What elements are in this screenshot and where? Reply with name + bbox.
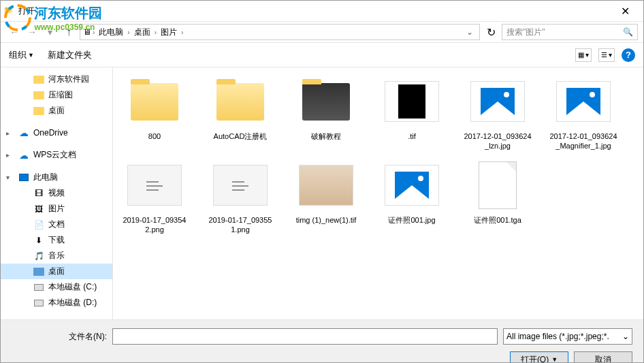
filetype-select[interactable]: All image files (*.jpg;*.jpeg;*.⌄ bbox=[503, 328, 632, 345]
sidebar-item[interactable]: 桌面 bbox=[1, 264, 112, 279]
refresh-button[interactable]: ↻ bbox=[483, 24, 499, 40]
sidebar-item[interactable]: 本地磁盘 (D:) bbox=[1, 295, 112, 311]
sidebar: 河东软件园压缩图桌面▸☁OneDrive▸☁WPS云文档▾此电脑🎞视频🖼图片📄文… bbox=[1, 67, 113, 319]
file-item[interactable]: 破解教程 bbox=[291, 74, 361, 151]
forward-button: → bbox=[24, 24, 40, 40]
file-item[interactable]: 证件照001.jpg bbox=[377, 158, 447, 235]
filename-label: 文件名(N): bbox=[12, 331, 107, 343]
titlebar: 📁 打开 ✕ bbox=[1, 1, 643, 21]
search-input[interactable]: 搜索"图片" 🔍 bbox=[502, 24, 638, 40]
new-folder-button[interactable]: 新建文件夹 bbox=[48, 49, 92, 61]
sidebar-item[interactable]: 🖼图片 bbox=[1, 201, 112, 217]
cancel-button[interactable]: 取消 bbox=[574, 351, 632, 363]
search-icon: 🔍 bbox=[623, 27, 633, 37]
breadcrumb[interactable]: 🖥 › 此电脑 › 桌面 › 图片 › ⌄ bbox=[80, 24, 480, 40]
file-item[interactable]: 2017-12-01_093624_lzn.jpg bbox=[463, 74, 532, 151]
file-item[interactable]: timg (1)_new(1).tif bbox=[291, 158, 361, 235]
sidebar-item[interactable]: 本地磁盘 (C:) bbox=[1, 279, 112, 295]
breadcrumb-dropdown[interactable]: ⌄ bbox=[463, 27, 477, 37]
sidebar-item[interactable]: ⬇下载 bbox=[1, 232, 112, 248]
pc-icon: 🖥 bbox=[83, 27, 91, 37]
sidebar-item[interactable]: 📄文档 bbox=[1, 217, 112, 232]
file-item[interactable]: .tif bbox=[377, 74, 447, 151]
crumb-pictures[interactable]: 图片 bbox=[158, 27, 180, 38]
file-item[interactable]: 证件照001.tga bbox=[463, 158, 532, 235]
open-button[interactable]: 打开(O) ▼ bbox=[510, 351, 568, 363]
sidebar-item[interactable]: ▸☁WPS云文档 bbox=[1, 147, 112, 163]
file-item[interactable]: AutoCAD注册机 bbox=[206, 74, 275, 151]
view-thumbnails-button[interactable]: ▦ ▾ bbox=[575, 48, 592, 62]
back-button[interactable]: ← bbox=[6, 24, 22, 40]
sidebar-item[interactable]: 河东软件园 bbox=[1, 72, 112, 87]
file-item[interactable]: ▬▬▬▬▬▬▬▬▬▬2019-01-17_093551.png bbox=[206, 158, 275, 235]
navbar: ← → ▾ ↑ 🖥 › 此电脑 › 桌面 › 图片 › ⌄ ↻ 搜索"图片" 🔍 bbox=[1, 21, 643, 43]
filename-input[interactable] bbox=[112, 328, 498, 345]
help-button[interactable]: ? bbox=[622, 48, 635, 62]
sidebar-item[interactable]: 压缩图 bbox=[1, 87, 112, 103]
view-details-button[interactable]: ☰ ▾ bbox=[598, 48, 615, 62]
window-title: 打开 bbox=[18, 5, 610, 17]
sidebar-item[interactable]: ▸☁OneDrive bbox=[1, 125, 112, 140]
file-item[interactable]: ▬▬▬▬▬▬▬▬▬▬2019-01-17_093542.png bbox=[120, 158, 189, 235]
crumb-pc[interactable]: 此电脑 bbox=[96, 27, 126, 38]
app-icon: 📁 bbox=[3, 5, 14, 16]
file-item[interactable]: 800 bbox=[120, 74, 189, 151]
organize-menu[interactable]: 组织 ▼ bbox=[9, 49, 34, 61]
file-item[interactable]: 2017-12-01_093624_Magnifier_1.jpg bbox=[549, 74, 618, 151]
close-button[interactable]: ✕ bbox=[610, 1, 641, 20]
sidebar-item[interactable]: 桌面 bbox=[1, 103, 112, 119]
file-grid: 800AutoCAD注册机破解教程.tif2017-12-01_093624_l… bbox=[113, 67, 643, 319]
up-button[interactable]: ↑ bbox=[61, 24, 77, 40]
crumb-desktop[interactable]: 桌面 bbox=[131, 27, 153, 38]
sidebar-item[interactable]: ▾此电脑 bbox=[1, 170, 112, 185]
recent-dropdown[interactable]: ▾ bbox=[42, 24, 58, 40]
sidebar-item[interactable]: 🎵音乐 bbox=[1, 248, 112, 264]
footer: 文件名(N): All image files (*.jpg;*.jpeg;*.… bbox=[1, 319, 643, 363]
toolbar: 组织 ▼ 新建文件夹 ▦ ▾ ☰ ▾ ? bbox=[1, 43, 643, 67]
sidebar-item[interactable]: 🎞视频 bbox=[1, 185, 112, 201]
